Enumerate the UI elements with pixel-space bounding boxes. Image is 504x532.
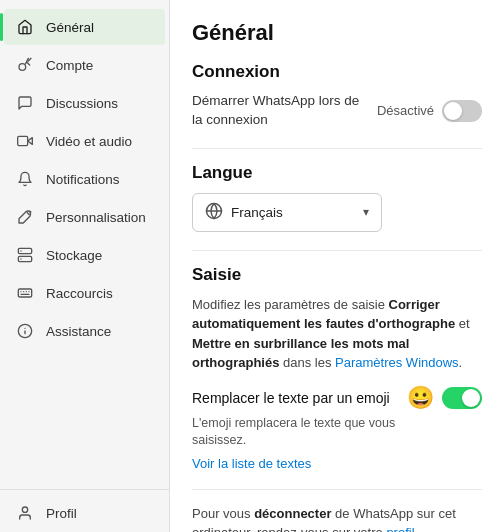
bell-icon <box>16 170 34 188</box>
saisie-title: Saisie <box>192 265 482 285</box>
sidebar-item-raccourcis[interactable]: Raccourcis <box>4 275 165 311</box>
storage-icon <box>16 246 34 264</box>
person-icon <box>16 504 34 522</box>
svg-rect-2 <box>18 136 28 145</box>
emoji-toggle[interactable] <box>442 387 482 409</box>
sidebar-label-video: Vidéo et audio <box>46 134 132 149</box>
sidebar-item-personnalisation[interactable]: Personnalisation <box>4 199 165 235</box>
saisie-section: Saisie Modifiez les paramètres de saisie… <box>192 265 482 471</box>
connexion-toggle-text: Désactivé <box>377 103 434 118</box>
sidebar-label-notifications: Notifications <box>46 172 120 187</box>
langue-left: Français <box>205 202 283 223</box>
svg-point-12 <box>22 507 27 512</box>
divider-3 <box>192 489 482 490</box>
emoji-right: 😀 <box>407 385 482 411</box>
chat-icon <box>16 94 34 112</box>
connexion-toggle-group: Désactivé <box>377 100 482 122</box>
connexion-toggle[interactable] <box>442 100 482 122</box>
keyboard-icon <box>16 284 34 302</box>
sidebar: Général Compte Discussions Vidéo et audi… <box>0 0 170 532</box>
divider-2 <box>192 250 482 251</box>
sidebar-bottom: Profil <box>0 489 169 532</box>
svg-line-3 <box>27 213 29 215</box>
video-icon <box>16 132 34 150</box>
emoji-icon: 😀 <box>407 385 434 411</box>
sidebar-label-raccourcis: Raccourcis <box>46 286 113 301</box>
sidebar-label-assistance: Assistance <box>46 324 111 339</box>
sidebar-label-discussions: Discussions <box>46 96 118 111</box>
key-icon <box>16 56 34 74</box>
main-content: Général Connexion Démarrer WhatsApp lors… <box>170 0 504 532</box>
sidebar-label-profil: Profil <box>46 506 77 521</box>
langue-section: Langue Français ▾ <box>192 163 482 232</box>
svg-point-0 <box>19 64 26 71</box>
sidebar-item-discussions[interactable]: Discussions <box>4 85 165 121</box>
chevron-down-icon: ▾ <box>363 205 369 219</box>
sidebar-item-video[interactable]: Vidéo et audio <box>4 123 165 159</box>
langue-dropdown[interactable]: Français ▾ <box>192 193 382 232</box>
svg-marker-1 <box>28 138 33 145</box>
emoji-row: Remplacer le texte par un emoji 😀 <box>192 385 482 411</box>
connexion-row: Démarrer WhatsApp lors de la connexion D… <box>192 92 482 130</box>
svg-rect-8 <box>18 289 31 297</box>
connexion-title: Connexion <box>192 62 482 82</box>
langue-title: Langue <box>192 163 482 183</box>
sidebar-item-notifications[interactable]: Notifications <box>4 161 165 197</box>
langue-selected: Français <box>231 205 283 220</box>
sidebar-item-assistance[interactable]: Assistance <box>4 313 165 349</box>
page-title: Général <box>192 20 482 46</box>
emoji-title: Remplacer le texte par un emoji <box>192 390 390 406</box>
disconnect-text: Pour vous déconnecter de WhatsApp sur ce… <box>192 504 482 532</box>
disconnect-bold: déconnecter <box>254 506 331 521</box>
globe-icon <box>205 202 223 223</box>
sidebar-item-compte[interactable]: Compte <box>4 47 165 83</box>
sidebar-label-compte: Compte <box>46 58 93 73</box>
sidebar-label-general: Général <box>46 20 94 35</box>
sidebar-label-personnalisation: Personnalisation <box>46 210 146 225</box>
emoji-description: L'emoji remplacera le texte que vous sai… <box>192 415 402 450</box>
connexion-label: Démarrer WhatsApp lors de la connexion <box>192 92 372 130</box>
parametres-windows-link[interactable]: Paramètres Windows <box>335 355 459 370</box>
saisie-description: Modifiez les paramètres de saisie Corrig… <box>192 295 482 373</box>
home-icon <box>16 18 34 36</box>
divider-1 <box>192 148 482 149</box>
sidebar-item-general[interactable]: Général <box>4 9 165 45</box>
voir-liste-link[interactable]: Voir la liste de textes <box>192 456 482 471</box>
connexion-section: Connexion Démarrer WhatsApp lors de la c… <box>192 62 482 130</box>
sidebar-label-stockage: Stockage <box>46 248 102 263</box>
sidebar-item-profil[interactable]: Profil <box>4 495 165 531</box>
saisie-bold1: Corriger automatiquement les fautes d'or… <box>192 297 455 332</box>
brush-icon <box>16 208 34 226</box>
profil-link[interactable]: profil <box>386 525 414 532</box>
sidebar-item-stockage[interactable]: Stockage <box>4 237 165 273</box>
info-icon <box>16 322 34 340</box>
